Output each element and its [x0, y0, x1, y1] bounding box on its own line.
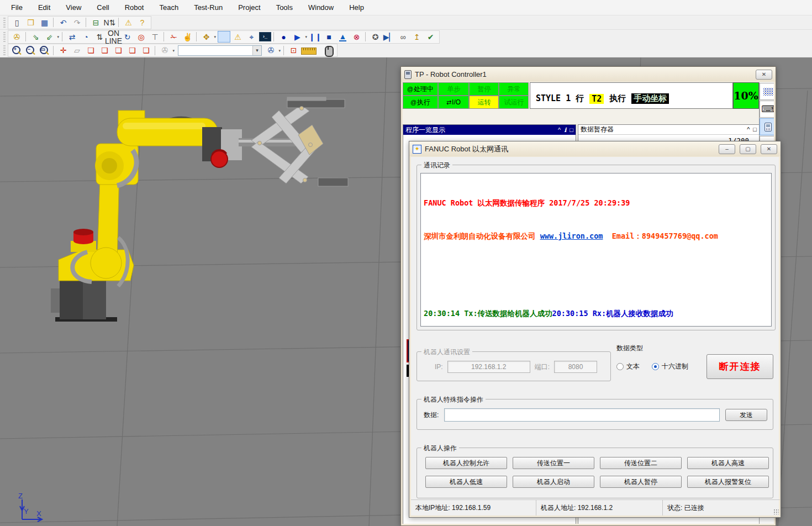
- dialog-titlebar[interactable]: ✦ FANUC Robot 以太网通讯 – ▢ ✕: [409, 141, 781, 156]
- menu-item[interactable]: Edit: [30, 0, 58, 15]
- datatype-radio[interactable]: 十六进制: [652, 362, 688, 371]
- teach-pendant-toggle-icon[interactable]: [760, 118, 774, 135]
- robot-op-button[interactable]: 机器人暂停: [600, 476, 682, 488]
- signpost-icon[interactable]: ⊤: [149, 31, 161, 43]
- record-icon[interactable]: ●: [277, 31, 290, 43]
- jog-tool-icon[interactable]: ⇙: [43, 31, 56, 43]
- robot-op-button[interactable]: 机器人低速: [425, 476, 507, 488]
- robot-tooling-icon[interactable]: ✇: [10, 31, 23, 43]
- port-field[interactable]: 8080: [554, 361, 597, 373]
- tp-titlebar[interactable]: TP - Robot Controller1 ✕: [401, 67, 776, 82]
- teach-pendant-icon[interactable]: [218, 31, 230, 43]
- keyboard-icon[interactable]: ⌨: [760, 101, 774, 118]
- io-link-icon[interactable]: ∞: [397, 31, 409, 43]
- mouse-icon[interactable]: [322, 45, 335, 56]
- find-robot-icon[interactable]: ⌖: [245, 31, 258, 43]
- resize-grip[interactable]: [773, 509, 779, 514]
- ruler-icon[interactable]: [301, 45, 316, 56]
- online-icon[interactable]: ON LINE: [107, 31, 120, 43]
- help-icon[interactable]: ?: [136, 17, 149, 28]
- panel-restore-icon[interactable]: □: [570, 127, 573, 133]
- register-panel-titlebar[interactable]: 数据暂存器 ^ □: [578, 125, 759, 135]
- command-input[interactable]: [444, 408, 720, 422]
- redo-icon[interactable]: ↷: [71, 17, 83, 28]
- monitor-robot-icon[interactable]: ✪: [369, 31, 382, 43]
- pixel-monitor-icon[interactable]: [760, 83, 774, 100]
- measure-icon[interactable]: ↥: [410, 31, 423, 43]
- panel-restore-icon[interactable]: □: [753, 127, 757, 133]
- view-select-combobox[interactable]: [178, 45, 262, 56]
- jog-menu-icon[interactable]: ✥: [200, 31, 213, 43]
- close-button[interactable]: ✕: [761, 144, 777, 154]
- stop-icon[interactable]: ■: [323, 31, 335, 43]
- eject-icon[interactable]: ▲: [336, 31, 349, 43]
- toolbar-grip[interactable]: [3, 18, 6, 28]
- target-icon[interactable]: ◎: [135, 31, 147, 43]
- send-button[interactable]: 发送: [725, 409, 767, 421]
- gauge-icon[interactable]: ◔: [80, 31, 92, 43]
- menu-item[interactable]: Cell: [89, 0, 117, 15]
- company-website-link[interactable]: www.jliron.com: [540, 232, 603, 240]
- panel-info-icon[interactable]: i: [564, 127, 566, 133]
- view-cube-ne-icon[interactable]: ❏: [126, 45, 139, 56]
- cell-browser-icon[interactable]: ⊟: [89, 17, 102, 28]
- gripper-icon[interactable]: ✌: [181, 31, 194, 43]
- tp-close-button[interactable]: ✕: [756, 70, 772, 80]
- undo-icon[interactable]: ↶: [57, 17, 70, 28]
- robot-op-button[interactable]: 机器人控制允许: [425, 457, 507, 469]
- abort-icon[interactable]: ⊗: [350, 31, 363, 43]
- robot-op-button[interactable]: 传送位置二: [600, 457, 682, 469]
- menu-item[interactable]: View: [58, 0, 89, 15]
- menu-item[interactable]: Teach: [151, 0, 186, 15]
- floor-plane-icon[interactable]: ▱: [71, 45, 83, 56]
- program-panel-titlebar[interactable]: 程序一览显示 ^ i □: [403, 125, 576, 135]
- robot-model[interactable]: [51, 97, 348, 322]
- zoom-in-icon[interactable]: +: [10, 45, 23, 56]
- run-icon[interactable]: ▶: [291, 31, 304, 43]
- jog-lock-icon[interactable]: ⇘: [29, 31, 42, 43]
- camera-icon[interactable]: ✇: [159, 45, 171, 56]
- terminal-icon[interactable]: ›_: [259, 32, 271, 41]
- view-cube-add-icon[interactable]: ❏: [85, 45, 97, 56]
- view-cube-left-icon[interactable]: ❏: [98, 45, 111, 56]
- ip-field[interactable]: 192.168.1.2: [447, 361, 530, 373]
- menu-item[interactable]: Tools: [268, 0, 300, 15]
- center-view-icon[interactable]: ✛: [57, 45, 70, 56]
- save-alert-icon[interactable]: ⚠: [122, 17, 135, 28]
- rotate-axis-icon[interactable]: ↻: [121, 31, 134, 43]
- disconnect-button[interactable]: 断开连接: [706, 354, 773, 379]
- panel-minimize-icon[interactable]: ^: [747, 127, 750, 133]
- profiler-check-icon[interactable]: ✔: [424, 31, 437, 43]
- xyz-frame-icon[interactable]: ⇅: [93, 31, 106, 43]
- toolbar-grip[interactable]: [3, 45, 6, 55]
- menu-item[interactable]: Robot: [117, 0, 152, 15]
- zoom-window-icon[interactable]: ▭: [38, 45, 51, 56]
- menu-item[interactable]: Window: [300, 0, 341, 15]
- pliers-icon[interactable]: ✁: [167, 31, 180, 43]
- menu-item[interactable]: Test-Run: [186, 0, 230, 15]
- open-cell-icon[interactable]: ❒: [24, 17, 37, 28]
- alarm-icon[interactable]: ⚠: [231, 31, 244, 43]
- new-cell-icon[interactable]: ▯: [10, 17, 23, 28]
- view-cube-sw-icon[interactable]: ❏: [140, 45, 152, 56]
- camera-target-icon[interactable]: ✇: [265, 45, 277, 56]
- view-cube-right-icon[interactable]: ❏: [112, 45, 125, 56]
- swap-robot-icon[interactable]: ⇄: [66, 31, 78, 43]
- hold-icon[interactable]: ❙❙: [309, 31, 321, 43]
- panel-minimize-icon[interactable]: ^: [558, 127, 561, 133]
- robot-op-button[interactable]: 机器人启动: [513, 476, 594, 488]
- save-cell-icon[interactable]: ▦: [38, 17, 51, 28]
- datatype-radio[interactable]: 文本: [616, 362, 640, 371]
- toolbar-grip[interactable]: [3, 32, 6, 42]
- menu-item[interactable]: Project: [230, 0, 268, 15]
- robot-op-button[interactable]: 传送位置一: [513, 457, 594, 469]
- minimize-button[interactable]: –: [719, 144, 735, 154]
- object-count-icon[interactable]: N⇅: [103, 17, 116, 28]
- maximize-button[interactable]: ▢: [740, 144, 756, 154]
- comm-log[interactable]: FANUC Robot 以太网数据传输程序 2017/7/25 20:29:39…: [420, 173, 772, 327]
- run-panel-icon[interactable]: ▶▏: [383, 31, 396, 43]
- wireframe-cube-icon[interactable]: ⊡: [287, 45, 300, 56]
- menu-item[interactable]: File: [3, 0, 30, 15]
- robot-op-button[interactable]: 机器人高速: [687, 457, 769, 469]
- menu-item[interactable]: Help: [341, 0, 372, 15]
